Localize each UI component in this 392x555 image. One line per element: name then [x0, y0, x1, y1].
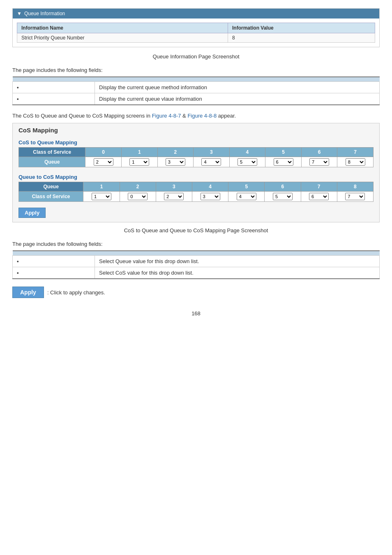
field-desc-1: Display the current queue method informa… [95, 82, 380, 93]
apply-button-cos[interactable]: Apply [18, 208, 46, 218]
cos-to-queue-title: CoS to Queue Mapping [13, 137, 379, 147]
queue-panel-body: Information Name Information Value Stric… [13, 18, 379, 47]
queue-cell-0[interactable]: 012345678 [85, 157, 122, 167]
cos-to-queue-header-7: 6 [301, 148, 337, 157]
queue-to-cos-header-3: 3 [156, 182, 192, 192]
cos-to-queue-table: Class of Service 0 1 2 3 4 5 6 7 Queue 0… [18, 147, 374, 167]
queue-select-2[interactable]: 012345678 [166, 158, 185, 166]
queue-to-cos-table: Queue 1 2 3 4 5 6 7 8 Class of Service 0… [18, 182, 374, 202]
cos-select-1[interactable]: 012345678 [128, 193, 148, 200]
triangle-icon: ▼ [17, 11, 22, 16]
info-name: Strict Priority Queue Number [17, 33, 228, 43]
cos-cell-2[interactable]: 012345678 [156, 192, 192, 202]
table-row: • Select CoS value for this drop down li… [13, 267, 380, 279]
cos-mapping-panel: CoS Mapping CoS to Queue Mapping Class o… [12, 123, 380, 222]
cos-field-col-1 [13, 251, 95, 256]
cos-cell-6[interactable]: 012345678 [301, 192, 337, 202]
cos-field-label-1: • [13, 256, 95, 267]
cos-desc-text: The CoS to Queue and Queue to CoS Mappin… [12, 113, 380, 119]
cos-cell-5[interactable]: 012345678 [265, 192, 301, 202]
apply-desc: : Click to apply changes. [47, 289, 105, 296]
field-desc-2: Display the current queue vlaue informat… [95, 93, 380, 105]
cos-to-queue-header-0: Class of Service [19, 148, 85, 157]
cos-row-label: Class of Service [19, 192, 83, 202]
bullet-1: • [17, 84, 19, 90]
queue-to-cos-header-4: 4 [192, 182, 228, 192]
queue-information-panel: ▼ Queue Information Information Name Inf… [12, 8, 380, 47]
apply-section: Apply : Click to apply changes. [12, 287, 380, 298]
field-label-2: • [13, 93, 95, 105]
field-col-header-2 [95, 77, 380, 82]
cos-to-queue-header-8: 7 [337, 148, 374, 157]
cos-select-4[interactable]: 012345678 [237, 193, 256, 200]
cos-caption: CoS to Queue and Queue to CoS Mapping Pa… [12, 227, 380, 234]
queue-to-cos-header-1: 1 [83, 182, 120, 192]
queue-to-cos-title: Queue to CoS Mapping [13, 171, 379, 182]
queue-select-1[interactable]: 012345678 [129, 158, 149, 166]
queue-row-label: Queue [19, 157, 85, 167]
cos-select-2[interactable]: 012345678 [164, 193, 184, 200]
bullet-cos-1: • [17, 258, 19, 264]
page-number: 168 [12, 310, 380, 317]
queue-to-cos-row: Class of Service 012345678 012345678 012… [19, 192, 374, 202]
cos-to-queue-header-5: 4 [229, 148, 265, 157]
cos-cell-7[interactable]: 012345678 [337, 192, 373, 202]
queue-cell-6[interactable]: 012345678 [301, 157, 337, 167]
queue-to-cos-header-8: 8 [337, 182, 373, 192]
cos-select-5[interactable]: 012345678 [273, 193, 293, 200]
info-value: 8 [228, 33, 375, 43]
queue-select-4[interactable]: 012345678 [238, 158, 257, 166]
cos-select-7[interactable]: 012345678 [345, 193, 365, 200]
table-row: • Display the current queue vlaue inform… [13, 93, 380, 105]
table-row: Strict Priority Queue Number 8 [17, 33, 375, 43]
cos-cell-3[interactable]: 012345678 [192, 192, 228, 202]
queue-fields-table: • Display the current queue method infor… [12, 76, 380, 105]
table-row: • Display the current queue method infor… [13, 82, 380, 93]
apply-button-main[interactable]: Apply [12, 287, 44, 298]
queue-to-cos-header-7: 7 [301, 182, 337, 192]
queue-cell-3[interactable]: 012345678 [194, 157, 230, 167]
field-label-1: • [13, 82, 95, 93]
queue-select-3[interactable]: 012345678 [201, 158, 221, 166]
cos-mapping-title: CoS Mapping [13, 123, 379, 137]
cos-to-queue-header-4: 3 [194, 148, 230, 157]
cos-to-queue-header-1: 0 [85, 148, 122, 157]
col-info-name: Information Name [17, 23, 228, 33]
queue-cell-4[interactable]: 012345678 [229, 157, 265, 167]
queue-to-cos-header-2: 2 [120, 182, 156, 192]
cos-to-queue-header-3: 2 [157, 148, 194, 157]
cos-to-queue-header-6: 5 [265, 148, 302, 157]
cos-select-6[interactable]: 012345678 [309, 193, 329, 200]
cos-fields-table: • Select Queue value for this drop down … [12, 250, 380, 279]
queue-cell-1[interactable]: 012345678 [121, 157, 157, 167]
cos-to-queue-header-2: 1 [121, 148, 157, 157]
queue-to-cos-header-5: 5 [228, 182, 265, 192]
cos-select-0[interactable]: 012345678 [92, 193, 111, 200]
cos-cell-4[interactable]: 012345678 [228, 192, 265, 202]
queue-cell-5[interactable]: 012345678 [265, 157, 302, 167]
queue-select-7[interactable]: 012345678 [346, 158, 365, 166]
cos-to-queue-row: Queue 012345678 012345678 012345678 0123… [19, 157, 374, 167]
cos-select-3[interactable]: 012345678 [201, 193, 220, 200]
figure-link-2[interactable]: Figure 4-8-8 [187, 113, 217, 119]
queue-select-0[interactable]: 012345678 [94, 158, 113, 166]
bullet-cos-2: • [17, 270, 19, 276]
cos-cell-1[interactable]: 012345678 [120, 192, 156, 202]
cos-cell-0[interactable]: 012345678 [83, 192, 120, 202]
fields-intro-2: The page includes the following fields: [12, 241, 380, 247]
queue-select-5[interactable]: 012345678 [274, 158, 293, 166]
queue-to-cos-header-6: 6 [265, 182, 301, 192]
field-col-header-1 [13, 77, 95, 82]
queue-cell-7[interactable]: 012345678 [337, 157, 374, 167]
cos-field-label-2: • [13, 267, 95, 279]
queue-cell-2[interactable]: 012345678 [157, 157, 194, 167]
cos-field-col-2 [95, 251, 380, 256]
queue-select-6[interactable]: 012345678 [309, 158, 329, 166]
queue-info-table: Information Name Information Value Stric… [17, 23, 375, 43]
queue-to-cos-header-0: Queue [19, 182, 83, 192]
fields-intro-1: The page includes the following fields: [12, 67, 380, 73]
queue-panel-title: Queue Information [24, 11, 65, 16]
queue-panel-header: ▼ Queue Information [13, 9, 379, 18]
figure-link-1[interactable]: Figure 4-8-7 [152, 113, 181, 119]
bullet-2: • [17, 96, 19, 102]
